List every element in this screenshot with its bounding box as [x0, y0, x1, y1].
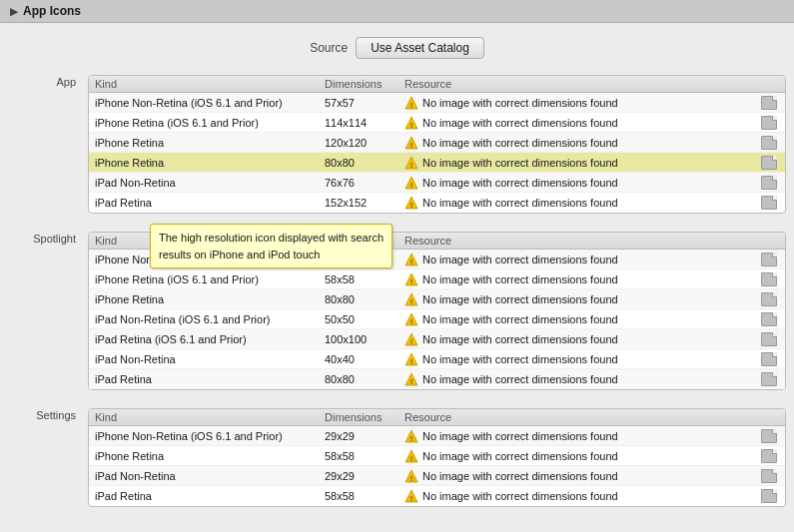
source-label: Source [310, 41, 348, 55]
kind-cell: iPad Non-Retina (iOS 6.1 and Prior) [95, 313, 325, 325]
settings-col-dim: Dimensions [325, 411, 404, 423]
resource-cell: ! No image with correct dimensions found [404, 116, 759, 130]
file-icon[interactable] [759, 489, 779, 503]
warning-icon: ! [404, 312, 418, 326]
table-row: iPhone Retina 120x120 ! No image with co… [89, 133, 785, 153]
svg-text:!: ! [410, 201, 413, 210]
kind-cell: iPad Retina [95, 373, 325, 385]
warning-icon: ! [404, 489, 418, 503]
kind-cell: iPhone Retina [95, 137, 325, 149]
warning-icon: ! [404, 253, 418, 266]
warning-icon: ! [404, 136, 418, 150]
warning-icon: ! [404, 292, 418, 306]
app-section-name: App [8, 75, 88, 88]
dim-cell: 40x40 [325, 353, 404, 365]
settings-table-header: Kind Dimensions Resource [89, 409, 785, 426]
file-icon[interactable] [759, 449, 779, 463]
table-row: iPad Non-Retina 76x76 ! No image with co… [89, 173, 785, 193]
kind-cell: iPad Retina [95, 490, 325, 502]
table-row: iPad Retina (iOS 6.1 and Prior) 100x100 … [89, 329, 785, 349]
svg-text:!: ! [410, 140, 413, 149]
warning-icon: ! [404, 332, 418, 346]
warning-icon: ! [404, 469, 418, 483]
file-icon[interactable] [759, 176, 779, 190]
resource-cell: ! No image with correct dimensions found [404, 196, 759, 210]
warning-icon: ! [404, 116, 418, 130]
settings-col-kind: Kind [95, 411, 325, 423]
resource-cell: ! No image with correct dimensions found [404, 332, 759, 346]
resource-cell: ! No image with correct dimensions found [404, 96, 759, 110]
svg-text:!: ! [410, 316, 413, 325]
settings-table: Kind Dimensions Resource iPhone Non-Reti… [88, 408, 786, 507]
kind-cell: iPhone Non-Retina (iOS 6.1 and Prior) [95, 97, 325, 109]
tooltip-line1: The high resolution icon displayed with … [159, 232, 384, 244]
kind-cell: iPhone Retina [95, 450, 325, 462]
file-icon[interactable] [759, 136, 779, 150]
svg-text:!: ! [410, 336, 413, 345]
table-row: iPhone Retina (iOS 6.1 and Prior) 58x58 … [89, 269, 785, 289]
file-icon[interactable] [759, 196, 779, 210]
resource-cell: ! No image with correct dimensions found [404, 176, 759, 190]
use-asset-catalog-button[interactable]: Use Asset Catalog [356, 37, 484, 59]
table-row: iPad Non-Retina (iOS 6.1 and Prior) 50x5… [89, 309, 785, 329]
resource-cell: ! No image with correct dimensions found [404, 429, 759, 443]
table-row: iPhone Non-Retina (iOS 6.1 and Prior) 29… [89, 426, 785, 446]
svg-text:!: ! [410, 120, 413, 129]
warning-icon: ! [404, 176, 418, 190]
tooltip-line2: results on iPhone and iPod touch [159, 249, 320, 261]
table-row: iPhone Non-Retina (iOS 6.1 and Prior) 57… [89, 93, 785, 113]
spotlight-section: Spotlight Kind Dimensions Resource iPhon… [8, 228, 786, 392]
app-col-kind: Kind [95, 78, 325, 90]
warning-icon: ! [404, 352, 418, 366]
warning-icon: ! [404, 449, 418, 463]
dim-cell: 58x58 [325, 450, 404, 462]
dim-cell: 80x80 [325, 157, 404, 169]
file-icon[interactable] [759, 372, 779, 386]
file-icon[interactable] [759, 469, 779, 483]
svg-text:!: ! [410, 356, 413, 365]
kind-cell: iPad Retina [95, 197, 325, 209]
resource-cell: ! No image with correct dimensions found [404, 372, 759, 386]
source-row: Source Use Asset Catalog [0, 23, 794, 71]
table-row: iPad Retina 152x152 ! No image with corr… [89, 193, 785, 213]
resource-cell: ! No image with correct dimensions found [404, 292, 759, 306]
app-section-header: App Kind Dimensions Resource iPhone Non-… [8, 71, 786, 216]
dim-cell: 100x100 [325, 333, 404, 345]
settings-section: Settings Kind Dimensions Resource iPhone… [8, 404, 786, 509]
warning-icon: ! [404, 96, 418, 110]
file-icon[interactable] [759, 253, 779, 266]
svg-text:!: ! [410, 276, 413, 285]
file-icon[interactable] [759, 272, 779, 286]
warning-icon: ! [404, 156, 418, 170]
file-icon[interactable] [759, 312, 779, 326]
file-icon[interactable] [759, 352, 779, 366]
svg-text:!: ! [410, 100, 413, 109]
top-bar: ▶ App Icons [0, 0, 794, 23]
file-icon[interactable] [759, 156, 779, 170]
kind-cell: iPhone Retina [95, 157, 325, 169]
kind-cell: iPad Non-Retina [95, 353, 325, 365]
dim-cell: 114x114 [325, 117, 404, 129]
kind-cell: iPhone Retina (iOS 6.1 and Prior) [95, 273, 325, 285]
file-icon[interactable] [759, 429, 779, 443]
dim-cell: 29x29 [325, 470, 404, 482]
file-icon[interactable] [759, 96, 779, 110]
file-icon[interactable] [759, 332, 779, 346]
resource-cell: ! No image with correct dimensions found [404, 136, 759, 150]
dim-cell: 120x120 [325, 137, 404, 149]
table-row: iPad Retina 58x58 ! No image with correc… [89, 486, 785, 506]
svg-text:!: ! [410, 377, 413, 386]
dim-cell: 80x80 [325, 293, 404, 305]
settings-section-name: Settings [8, 408, 88, 421]
svg-text:!: ! [410, 433, 413, 442]
resource-cell: ! No image with correct dimensions found [404, 449, 759, 463]
table-row: iPad Retina 80x80 ! No image with correc… [89, 369, 785, 389]
table-row: iPhone Retina 80x80 ! No image with corr… [89, 153, 785, 173]
table-row: iPad Non-Retina 29x29 ! No image with co… [89, 466, 785, 486]
warning-icon: ! [404, 196, 418, 210]
file-icon[interactable] [759, 116, 779, 130]
file-icon[interactable] [759, 292, 779, 306]
kind-cell: iPhone Retina [95, 293, 325, 305]
dim-cell: 76x76 [325, 177, 404, 189]
warning-icon: ! [404, 372, 418, 386]
